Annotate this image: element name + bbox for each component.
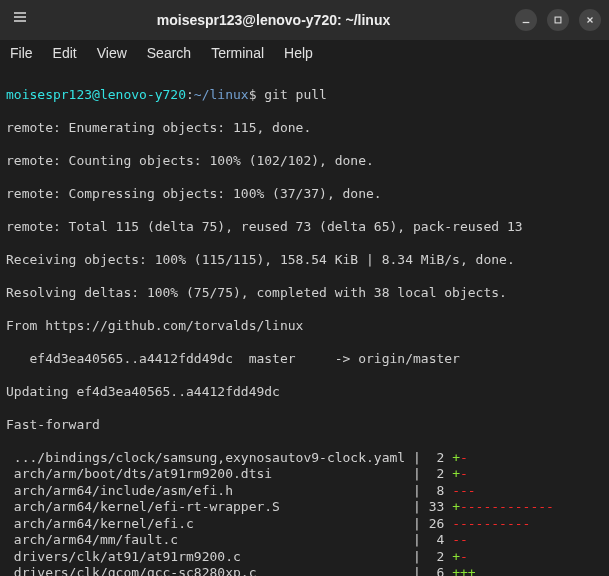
insertions-icon: +++ bbox=[452, 565, 475, 576]
file-path: arch/arm/boot/dts/at91rm9200.dtsi | 2 bbox=[6, 466, 452, 481]
diffstat-line: drivers/clk/at91/at91rm9200.c | 2 +- bbox=[6, 549, 603, 566]
diffstat-line: arch/arm/boot/dts/at91rm9200.dtsi | 2 +- bbox=[6, 466, 603, 483]
diffstat-line: arch/arm64/mm/fault.c | 4 -- bbox=[6, 532, 603, 549]
prompt-line: moisespr123@lenovo-y720:~/linux$ git pul… bbox=[6, 87, 603, 104]
deletions-icon: - bbox=[460, 466, 468, 481]
output-line: Updating ef4d3ea40565..a4412fdd49dc bbox=[6, 384, 603, 401]
file-path: .../bindings/clock/samsung,exynosautov9-… bbox=[6, 450, 452, 465]
file-path: arch/arm64/include/asm/efi.h | 8 bbox=[6, 483, 452, 498]
output-line: remote: Counting objects: 100% (102/102)… bbox=[6, 153, 603, 170]
deletions-icon: --- bbox=[452, 483, 475, 498]
menu-terminal[interactable]: Terminal bbox=[211, 44, 264, 62]
output-line: remote: Compressing objects: 100% (37/37… bbox=[6, 186, 603, 203]
output-line: remote: Enumerating objects: 115, done. bbox=[6, 120, 603, 137]
prompt-userhost: moisespr123@lenovo-y720 bbox=[6, 87, 186, 102]
output-line: Receiving objects: 100% (115/115), 158.5… bbox=[6, 252, 603, 269]
deletions-icon: -- bbox=[452, 532, 468, 547]
diffstat-line: arch/arm64/include/asm/efi.h | 8 --- bbox=[6, 483, 603, 500]
insertions-icon: + bbox=[452, 549, 460, 564]
diffstat-line: arch/arm64/kernel/efi-rt-wrapper.S | 33 … bbox=[6, 499, 603, 516]
insertions-icon: + bbox=[452, 499, 460, 514]
file-path: arch/arm64/mm/fault.c | 4 bbox=[6, 532, 452, 547]
menubar: File Edit View Search Terminal Help bbox=[0, 40, 609, 66]
menu-search[interactable]: Search bbox=[147, 44, 191, 62]
hamburger-icon[interactable] bbox=[8, 9, 32, 31]
diffstat-line: .../bindings/clock/samsung,exynosautov9-… bbox=[6, 450, 603, 467]
file-path: drivers/clk/at91/at91rm9200.c | 2 bbox=[6, 549, 452, 564]
output-line: ef4d3ea40565..a4412fdd49dc master -> ori… bbox=[6, 351, 603, 368]
titlebar: moisespr123@lenovo-y720: ~/linux bbox=[0, 0, 609, 40]
svg-rect-0 bbox=[555, 17, 561, 23]
window-title: moisespr123@lenovo-y720: ~/linux bbox=[32, 11, 515, 29]
insertions-icon: + bbox=[452, 450, 460, 465]
deletions-icon: - bbox=[460, 450, 468, 465]
window-controls bbox=[515, 9, 601, 31]
diffstat-line: arch/arm64/kernel/efi.c | 26 ---------- bbox=[6, 516, 603, 533]
terminal-output[interactable]: moisespr123@lenovo-y720:~/linux$ git pul… bbox=[0, 66, 609, 576]
deletions-icon: ---------- bbox=[452, 516, 530, 531]
menu-file[interactable]: File bbox=[10, 44, 33, 62]
output-line: Resolving deltas: 100% (75/75), complete… bbox=[6, 285, 603, 302]
output-line: From https://github.com/torvalds/linux bbox=[6, 318, 603, 335]
maximize-button[interactable] bbox=[547, 9, 569, 31]
file-path: arch/arm64/kernel/efi-rt-wrapper.S | 33 bbox=[6, 499, 452, 514]
diffstat-line: drivers/clk/qcom/gcc-sc8280xp.c | 6 +++ bbox=[6, 565, 603, 576]
command-text: git pull bbox=[264, 87, 327, 102]
menu-edit[interactable]: Edit bbox=[53, 44, 77, 62]
insertions-icon: + bbox=[452, 466, 460, 481]
deletions-icon: - bbox=[460, 549, 468, 564]
menu-view[interactable]: View bbox=[97, 44, 127, 62]
prompt-path: ~/linux bbox=[194, 87, 249, 102]
output-line: Fast-forward bbox=[6, 417, 603, 434]
output-line: remote: Total 115 (delta 75), reused 73 … bbox=[6, 219, 603, 236]
file-path: arch/arm64/kernel/efi.c | 26 bbox=[6, 516, 452, 531]
deletions-icon: ------------ bbox=[460, 499, 554, 514]
minimize-button[interactable] bbox=[515, 9, 537, 31]
close-button[interactable] bbox=[579, 9, 601, 31]
menu-help[interactable]: Help bbox=[284, 44, 313, 62]
file-path: drivers/clk/qcom/gcc-sc8280xp.c | 6 bbox=[6, 565, 452, 576]
